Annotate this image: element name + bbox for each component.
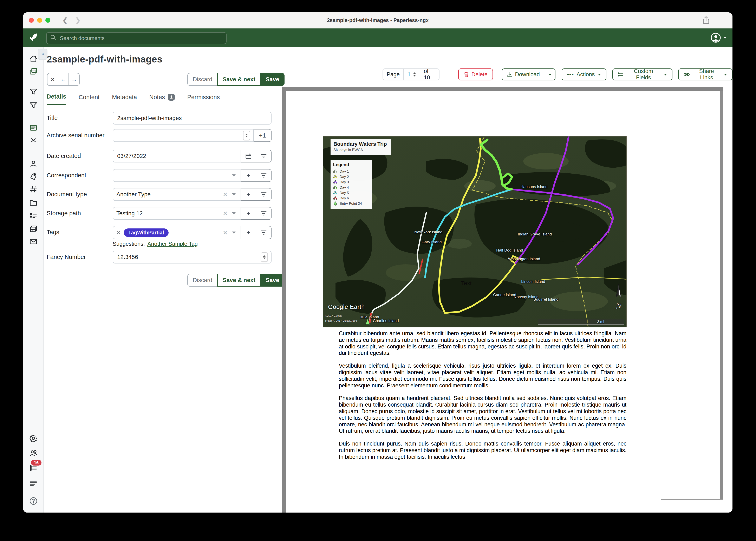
share-links-dropdown-button[interactable]: Share Links: [678, 68, 732, 80]
tab-permissions[interactable]: Permissions: [187, 93, 220, 105]
fancy-number-stepper[interactable]: [261, 253, 268, 262]
tab-details[interactable]: Details: [47, 93, 66, 105]
sidebar-item-mail[interactable]: [29, 237, 38, 246]
tab-content[interactable]: Content: [79, 93, 100, 105]
pdf-scrollbar[interactable]: [720, 91, 723, 499]
calendar-icon: [245, 153, 252, 159]
close-document-button[interactable]: ✕: [47, 73, 58, 86]
discard-button[interactable]: Discard: [187, 73, 218, 86]
download-button[interactable]: Download: [502, 68, 545, 80]
storage-path-suggestions-button[interactable]: [256, 207, 272, 220]
save-next-button[interactable]: Save & next: [217, 274, 261, 286]
folder-icon: [29, 198, 38, 208]
remove-tag-icon[interactable]: ✕: [116, 230, 121, 236]
share-icon[interactable]: [702, 16, 710, 26]
chevron-down-icon: [723, 37, 727, 39]
previous-document-button[interactable]: ←: [58, 73, 69, 86]
calendar-button[interactable]: [241, 150, 256, 163]
asn-stepper[interactable]: [243, 131, 250, 140]
tab-notes[interactable]: Notes1: [149, 93, 175, 105]
map-title-box: Boundary Waters Trip Six days in BWCA: [331, 139, 391, 155]
chevron-down-icon: [232, 212, 236, 215]
page-number-input[interactable]: 1: [403, 69, 420, 80]
sidebar-item-fields-list[interactable]: [29, 211, 38, 220]
add-document-type-button[interactable]: +: [241, 188, 256, 201]
pdf-viewer: Hausons IslandNew York IslandGary Island…: [282, 87, 723, 513]
storage-path-select[interactable]: Testing 12✕: [113, 207, 241, 220]
sidebar-item-settings[interactable]: [29, 434, 38, 443]
clear-icon[interactable]: ✕: [223, 210, 228, 217]
discard-button[interactable]: Discard: [187, 274, 218, 286]
sidebar-item-document-types[interactable]: [29, 198, 38, 208]
search-input[interactable]: [59, 35, 226, 42]
sidebar-item-dashboard[interactable]: [29, 54, 38, 64]
sidebar-item-saved-view[interactable]: [29, 101, 38, 110]
document-type-select[interactable]: Another Type✕: [113, 188, 241, 201]
add-correspondent-button[interactable]: +: [241, 169, 256, 182]
download-icon: [507, 72, 513, 77]
title-input[interactable]: [116, 114, 268, 122]
sidebar-item-custom-fields[interactable]: [29, 185, 38, 194]
fancy-number-input[interactable]: [116, 254, 261, 261]
date-created-input[interactable]: [116, 152, 237, 160]
save-next-button[interactable]: Save & next: [217, 73, 261, 86]
map-island-label: Washington Island: [508, 257, 540, 261]
map-credit: Image © 2017 DigitalGlobe: [325, 319, 357, 322]
map-legend-row: Day 4: [333, 185, 369, 190]
next-document-button[interactable]: →: [69, 73, 80, 86]
actions-dropdown-button[interactable]: •••Actions: [562, 68, 606, 80]
download-dropdown-button[interactable]: [545, 68, 555, 80]
delete-button[interactable]: Delete: [458, 68, 493, 80]
clear-icon[interactable]: ✕: [223, 229, 228, 236]
add-tag-button[interactable]: +: [241, 226, 256, 239]
sidebar-item-documents[interactable]: [29, 67, 38, 76]
map-island-label: Half Dog Island: [496, 248, 523, 253]
page-spinner[interactable]: [413, 72, 416, 77]
sidebar-item-open-document[interactable]: [29, 123, 38, 132]
correspondent-select[interactable]: [113, 169, 241, 182]
sidebar-close-document[interactable]: [29, 136, 38, 145]
chevron-down-icon: [232, 175, 236, 177]
sidebar-item-correspondents[interactable]: [29, 159, 38, 168]
asn-plus-one-button[interactable]: +1: [253, 129, 272, 142]
filter-lines-icon: [261, 153, 267, 159]
document-actions-row: Page 1 of 10 Delete Download •••Actions …: [383, 68, 732, 80]
cluster-icon: [333, 191, 338, 195]
chevron-down-icon: [598, 74, 601, 76]
user-menu[interactable]: [711, 33, 727, 43]
map-island-label: Hausons Island: [521, 185, 548, 189]
tab-metadata[interactable]: Metadata: [112, 93, 137, 105]
sidebar-item-saved-views[interactable]: [29, 87, 38, 96]
save-button[interactable]: Save: [260, 73, 285, 86]
pdf-paragraph: Vestibulum eleifend, ligula a scelerisqu…: [339, 363, 626, 389]
sidebar-item-storage-paths[interactable]: [29, 224, 38, 234]
correspondent-suggestions-button[interactable]: [256, 169, 272, 182]
form-divider: [47, 271, 272, 271]
map-subtitle: Six days in BWCA: [333, 148, 388, 152]
chevron-down-icon: [232, 232, 236, 234]
north-arrow-icon: N: [612, 281, 625, 317]
sidebar-item-logs[interactable]: [29, 479, 38, 488]
sidebar-item-tags[interactable]: [29, 172, 38, 181]
svg-text:N: N: [615, 301, 622, 311]
save-button[interactable]: Save: [260, 274, 285, 286]
date-suggestions-button[interactable]: [256, 150, 272, 163]
custom-fields-dropdown-button[interactable]: Custom Fields: [612, 68, 672, 80]
tag-chip[interactable]: TagWithPartial: [124, 229, 169, 237]
sidebar-item-users-groups[interactable]: [29, 449, 38, 458]
tag-suggestions: Suggestions:Another Sample Tag: [113, 241, 198, 247]
tags-select[interactable]: ✕TagWithPartial✕: [113, 226, 241, 239]
field-storage-path: Storage path Testing 12✕ +: [47, 207, 272, 220]
document-card-icon: [29, 123, 38, 132]
add-storage-path-button[interactable]: +: [241, 207, 256, 220]
tags-suggestions-button[interactable]: [256, 226, 272, 239]
ellipsis-icon: •••: [567, 71, 574, 78]
sidebar-item-help[interactable]: [29, 496, 38, 506]
sidebar-expand-button[interactable]: »: [38, 49, 47, 60]
document-type-suggestions-button[interactable]: [256, 188, 272, 201]
text-lines-icon: [29, 479, 38, 488]
pdf-paragraph: Curabitur bibendum ante urna, sed blandi…: [339, 330, 626, 356]
suggested-tag-link[interactable]: Another Sample Tag: [147, 241, 198, 247]
clear-icon[interactable]: ✕: [223, 191, 228, 198]
asn-input[interactable]: [116, 132, 243, 139]
